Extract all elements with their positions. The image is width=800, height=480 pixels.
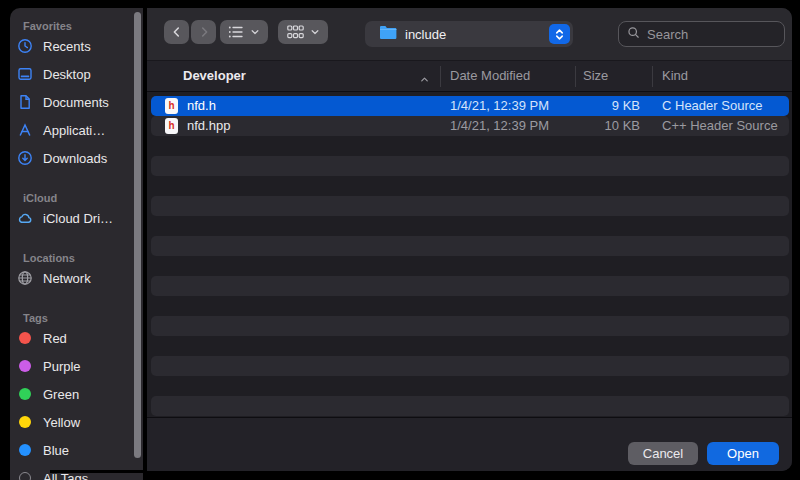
empty-row-stripe (151, 396, 789, 416)
chevron-down-icon (250, 27, 260, 37)
dialog-footer: Cancel Open (147, 418, 792, 471)
empty-row (151, 296, 789, 316)
applications-icon (15, 121, 35, 139)
sidebar-item-tag-yellow[interactable]: Yellow (10, 408, 134, 436)
file-kind: C++ Header Source (662, 116, 778, 136)
sidebar-section-favorites: Favorites (10, 14, 134, 32)
file-size: 10 KB (540, 116, 640, 136)
sidebar-item-documents[interactable]: Documents (10, 88, 134, 116)
globe-icon (15, 269, 35, 287)
open-button[interactable]: Open (707, 442, 779, 465)
grid-view-icon (287, 25, 304, 39)
file-date-modified: 1/4/21, 12:39 PM (450, 96, 549, 116)
column-header-size[interactable]: Size (583, 61, 608, 91)
empty-row-stripe (151, 196, 789, 216)
all-tags-circle-icon (15, 469, 35, 480)
chevron-down-icon (310, 27, 320, 37)
sidebar-item-label: Downloads (43, 151, 107, 166)
sidebar-item-label: Applicati… (43, 123, 105, 138)
empty-row (151, 136, 789, 156)
downloads-icon (15, 149, 35, 167)
sidebar-item-tag-blue[interactable]: Blue (10, 436, 134, 464)
back-button[interactable] (164, 20, 189, 44)
sidebar-item-label: Documents (43, 95, 109, 110)
sidebar-item-tag-red[interactable]: Red (10, 324, 134, 352)
column-header-row: Developer Date Modified Size Kind (147, 60, 792, 92)
file-row-nfd-hpp[interactable]: h nfd.hpp 1/4/21, 12:39 PM 10 KB C++ Hea… (151, 116, 789, 136)
forward-button[interactable] (191, 20, 216, 44)
chevron-left-icon (170, 25, 184, 39)
sidebar-scrollbar[interactable] (134, 12, 141, 458)
sidebar-item-label: Network (43, 271, 91, 286)
file-kind: C Header Source (662, 96, 762, 116)
empty-row-stripe (151, 276, 789, 296)
sidebar-section-tags: Tags (10, 306, 134, 324)
file-list: h nfd.h 1/4/21, 12:39 PM 9 KB C Header S… (147, 92, 792, 417)
cancel-button[interactable]: Cancel (628, 442, 698, 465)
file-name: nfd.h (187, 96, 216, 116)
sidebar-item-applications[interactable]: Applicati… (10, 116, 134, 144)
list-view-icon (228, 25, 244, 39)
sidebar-item-icloud-drive[interactable]: iCloud Dri… (10, 204, 134, 232)
popup-stepper-icon (549, 24, 570, 44)
file-date-modified: 1/4/21, 12:39 PM (450, 116, 549, 136)
file-row-nfd-h[interactable]: h nfd.h 1/4/21, 12:39 PM 9 KB C Header S… (151, 96, 789, 116)
sidebar-item-recents[interactable]: Recents (10, 32, 134, 60)
column-header-date-modified[interactable]: Date Modified (450, 61, 530, 91)
sidebar-item-label: Recents (43, 39, 91, 54)
list-view-dropdown[interactable] (220, 20, 268, 44)
column-header-name[interactable]: Developer (183, 61, 246, 91)
current-folder-name: include (405, 27, 446, 42)
empty-row-stripe (151, 316, 789, 336)
sidebar-section-locations: Locations (10, 246, 134, 264)
empty-row (151, 376, 789, 396)
search-input[interactable] (645, 26, 776, 43)
purple-tag-dot-icon (15, 357, 35, 375)
sidebar-item-downloads[interactable]: Downloads (10, 144, 134, 172)
document-icon (15, 93, 35, 111)
sidebar-item-label: Purple (43, 359, 81, 374)
column-header-kind[interactable]: Kind (662, 61, 688, 91)
empty-row (151, 336, 789, 356)
file-size: 9 KB (540, 96, 640, 116)
sidebar-item-label: iCloud Dri… (43, 211, 113, 226)
file-name: nfd.hpp (187, 116, 230, 136)
column-divider (652, 66, 653, 87)
empty-row-stripe (151, 156, 789, 176)
folder-icon (379, 25, 397, 43)
sidebar-item-tag-green[interactable]: Green (10, 380, 134, 408)
column-divider (575, 66, 576, 87)
chevron-right-icon (197, 25, 211, 39)
current-folder-dropdown[interactable]: include (365, 21, 573, 47)
sidebar-item-label: Desktop (43, 67, 91, 82)
yellow-tag-dot-icon (15, 413, 35, 431)
clock-icon (15, 37, 35, 55)
sidebar-section-icloud: iCloud (10, 186, 134, 204)
open-file-dialog: Favorites Recents Desktop Documents (0, 0, 800, 480)
sidebar-item-tag-purple[interactable]: Purple (10, 352, 134, 380)
sidebar-item-desktop[interactable]: Desktop (10, 60, 134, 88)
green-tag-dot-icon (15, 385, 35, 403)
window-bottom-edge (50, 470, 143, 473)
sidebar-list: Favorites Recents Desktop Documents (10, 8, 134, 480)
red-tag-dot-icon (15, 329, 35, 347)
toolbar: include (147, 8, 792, 60)
cloud-icon (15, 209, 35, 227)
c-header-file-icon: h (165, 98, 178, 114)
empty-row (151, 216, 789, 236)
desktop-icon (15, 65, 35, 83)
icon-view-dropdown[interactable] (278, 20, 328, 44)
sidebar-item-label: Green (43, 387, 79, 402)
sidebar-item-network[interactable]: Network (10, 264, 134, 292)
sort-ascending-icon (419, 71, 430, 89)
sidebar-item-label: Blue (43, 443, 69, 458)
empty-row-stripe (151, 356, 789, 376)
empty-row-stripe (151, 236, 789, 256)
sidebar: Favorites Recents Desktop Documents (10, 8, 143, 480)
search-field[interactable] (618, 21, 785, 47)
empty-row (151, 176, 789, 196)
sidebar-item-label: Red (43, 331, 67, 346)
file-browser-pane: include Developer Date Modified Size (147, 8, 792, 471)
column-divider (440, 66, 441, 87)
search-icon (627, 25, 640, 43)
